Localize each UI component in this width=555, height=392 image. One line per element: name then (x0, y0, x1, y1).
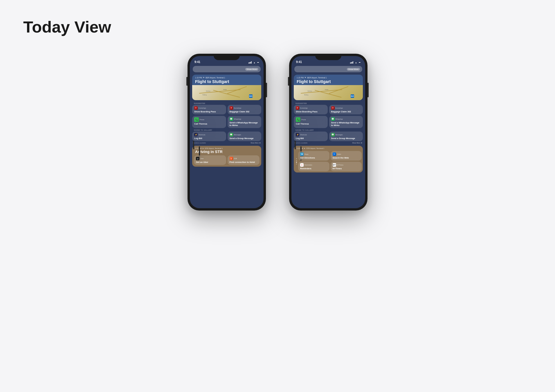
suggested-actions-left: ✈ Eurowings Show Boarding Pass ✈ Eurowin… (190, 105, 264, 128)
flight-location-left: BER Airport, Terminal 1 (206, 77, 225, 79)
signal-bars-right (350, 61, 353, 64)
shortcuts-icon-right: ⚡ (296, 133, 299, 136)
arriving-time-left: 2:25 PM (195, 148, 201, 149)
action-title-whatsapp-left: Send a WhatsApp Message to Mirko (230, 121, 260, 127)
maps-icon-right: 🗺 (300, 152, 304, 156)
search-bar-left[interactable]: Show More (193, 66, 261, 72)
page-dots (295, 151, 298, 171)
action-title-logbill-right: Log Bill (296, 137, 326, 140)
map-road-r3 (329, 86, 349, 93)
expanded-area: 🗺 Maps Get Directions ⊙ (294, 151, 363, 172)
app-name-messages-left: Messages (234, 134, 241, 136)
action-nytimes-right[interactable]: NYT NYTimes NYTimes (331, 162, 362, 171)
action-reminders-right[interactable]: ≡ Reminders Reminders (298, 162, 329, 171)
action-maps-right[interactable]: 🗺 Maps Get Directions (298, 151, 329, 161)
status-icons-left: ▲ (248, 61, 259, 64)
action-title-boarding-right: Show Boarding Pass (296, 110, 326, 113)
flight-location-right: BER Airport, Terminal 1 (307, 77, 327, 79)
arriving-location-left: STR Airport, Terminal 1 (205, 148, 223, 149)
action-title-maps-right: Get Directions (300, 157, 327, 159)
phone-inner-left: 9:41 ▲ Show More (190, 56, 264, 208)
notch-right (315, 54, 341, 60)
action-uber-left[interactable]: U Uber Get an Uber (194, 155, 226, 165)
signal-bar-r4 (353, 61, 353, 64)
show-more-link-right[interactable]: Show More ⊕ (352, 142, 362, 144)
action-log-bill-left[interactable]: ⚡ Shortcuts Log Bill (192, 132, 226, 141)
app-name-eurowings-1-left: Eurowings (199, 107, 206, 109)
signal-bar-2 (249, 62, 250, 64)
suggestions-section-left: SUGGESTED ✈ Eurowings Show Boarding Pass (190, 101, 264, 208)
expanded-actions-right: 🗺 Maps Get Directions ⊙ (298, 151, 362, 171)
phone-icon-right: 📞 (296, 117, 300, 122)
action-title-groupmsg-left: Send a Group Message (230, 137, 260, 140)
show-more-search-left[interactable]: Show More (245, 68, 258, 71)
action-ssb-left[interactable]: S SSB Find connection to Hotel (228, 155, 260, 165)
shortcuts-icon-left: ⚡ (194, 133, 198, 136)
flight-card-right[interactable]: 1:15 PM ➤ BER Airport, Terminal 1 Flight… (294, 75, 363, 100)
signal-bar-r2 (351, 62, 352, 64)
signal-bar-3 (250, 62, 251, 64)
arriving-title-left: Arriving in STR (195, 150, 258, 154)
actions-count-right: 8 actions available (294, 142, 307, 144)
suggested-label-right: SUGGESTED (291, 101, 365, 105)
show-more-link-left[interactable]: Show More ⊕ (251, 142, 261, 144)
saved-actions-right: ⚡ Shortcuts Log Bill 💬 Messages (291, 132, 365, 141)
action-title-logbill-left: Log Bill (194, 137, 224, 140)
flight-meta-left: 1:15 PM ➤ BER Airport, Terminal 1 (195, 76, 258, 79)
action-group-message-right[interactable]: 💬 Messages Send a Group Message (329, 132, 363, 141)
flight-time-left: 1:15 PM (195, 77, 202, 79)
signal-bar-r3 (352, 62, 352, 64)
search-bar-right[interactable]: Show More (294, 66, 362, 72)
flight-card-left[interactable]: 1:15 PM ➤ BER Airport, Terminal 1 Flight… (192, 75, 261, 100)
map-label-r-schulz: Schulz. (325, 89, 329, 90)
flight-time-right: 1:15 PM (297, 77, 304, 79)
action-title-baggage-left: Baggage Claim 302 (230, 110, 260, 113)
action-title-nytimes-right: NYTimes (333, 167, 360, 170)
action-title-ssb-left: Find connection to Hotel (230, 161, 258, 163)
action-call-theresa-left[interactable]: 📞 Phone Call Theresa (192, 116, 226, 128)
action-title-call-left: Call Theresa (194, 123, 224, 125)
status-icons-right: ▲ (350, 61, 361, 64)
map-area-right: Schulz. Rotberg Selchow BER (294, 85, 363, 100)
map-marker-r-ber: BER (351, 94, 354, 98)
action-title-groupmsg-right: Send a Group Message (331, 137, 361, 140)
arriving-card-right[interactable]: 2:25 PM ➤ STR Airport, Terminal 1 (294, 146, 363, 172)
action-show-boarding-left[interactable]: ✈ Eurowings Show Boarding Pass (192, 105, 226, 114)
app-name-whatsapp-left: WhatsApp (234, 118, 241, 120)
action-title-whatsapp-right: Send a WhatsApp Message to Mirko (331, 121, 361, 127)
phone-inner-right: 9:41 ▲ Show More (291, 56, 365, 208)
action-show-boarding-right[interactable]: ✈ Eurowings Show Boarding Pass (294, 105, 328, 114)
action-safari-right[interactable]: ⊙ Safari Search the Web (331, 151, 362, 161)
arriving-card-left[interactable]: 2:25 PM ➤ STR Airport, Terminal 1 Arrivi… (192, 146, 261, 167)
flight-meta-right: 1:15 PM ➤ BER Airport, Terminal 1 (297, 76, 360, 79)
uber-icon-left: U (196, 157, 199, 160)
show-more-search-right[interactable]: Show More (347, 68, 360, 71)
action-log-bill-right[interactable]: ⚡ Shortcuts Log Bill (294, 132, 328, 141)
action-group-message-left[interactable]: 💬 Messages Send a Group Message (228, 132, 262, 141)
status-time-right: 9:41 (296, 60, 302, 64)
nytimes-icon-right: NYT (333, 163, 336, 167)
phone-left: 9:41 ▲ Show More (188, 54, 266, 211)
messages-icon-right: 💬 (331, 133, 335, 136)
whatsapp-icon-right: 💬 (331, 117, 335, 121)
action-title-call-right: Call Theresa (296, 123, 326, 125)
signal-bar-1 (248, 62, 249, 64)
action-baggage-left[interactable]: ✈ Eurowings Baggage Claim 302 (228, 105, 262, 114)
page-title: Today View (23, 17, 532, 36)
suggestions-section-right: SUGGESTED ✈ Eurowings Show Boarding Pass (291, 101, 365, 208)
signal-bar-4 (251, 61, 252, 64)
wifi-icon-right: ▲ (355, 62, 357, 64)
map-road-3 (227, 86, 247, 93)
arriving-location-right: STR Airport, Terminal 1 (306, 148, 324, 149)
map-label-schulz: Schulz. (223, 89, 227, 90)
action-whatsapp-left[interactable]: 💬 WhatsApp Send a WhatsApp Message to Mi… (228, 116, 262, 128)
app-name-eurowings-2-left: Eurowings (234, 107, 242, 109)
action-baggage-right[interactable]: ✈ Eurowings Baggage Claim 302 (329, 105, 363, 114)
saved-label-left: SAVED TO GALLERY (190, 128, 264, 132)
flight-info-right: 1:15 PM ➤ BER Airport, Terminal 1 Flight… (294, 75, 363, 85)
messages-icon-left: 💬 (230, 133, 233, 136)
action-call-theresa-right[interactable]: 📞 Phone Call Theresa (294, 116, 328, 128)
app-name-phone-left: Phone (200, 119, 204, 121)
action-title-baggage-right: Baggage Claim 302 (331, 110, 361, 113)
action-whatsapp-right[interactable]: 💬 WhatsApp Send a WhatsApp Message to Mi… (329, 116, 363, 128)
